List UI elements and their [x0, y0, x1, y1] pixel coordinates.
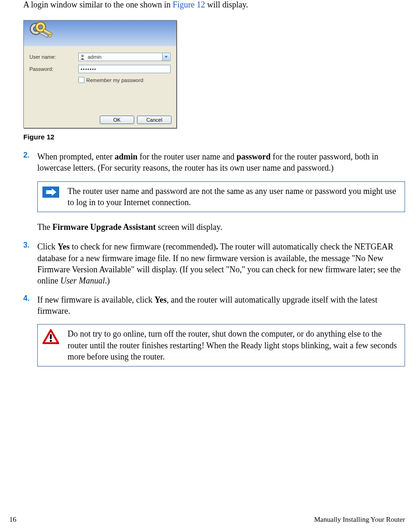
password-row: Password: •••••••: [29, 65, 171, 73]
step-4: 4. If new firmware is available, click Y…: [23, 294, 405, 317]
step-3: 3. Click Yes to check for new firmware (…: [23, 241, 405, 286]
note-text: The router user name and password are no…: [68, 186, 398, 208]
s3-i1: User Manual: [61, 276, 105, 285]
s4-t1: If new firmware is available, click: [37, 295, 154, 304]
s4-b1: Yes: [154, 295, 166, 304]
section-title: Manually Installing Your Router: [314, 516, 405, 524]
username-dropdown-button[interactable]: [162, 53, 170, 61]
remember-row: Remember my password: [78, 77, 171, 83]
username-label: User name:: [29, 54, 78, 60]
keys-icon: [27, 19, 56, 46]
intro-paragraph: A login window similar to the one shown …: [23, 0, 405, 10]
remember-label: Remember my password: [86, 77, 143, 83]
user-head-icon: [79, 54, 86, 60]
remember-checkbox[interactable]: [78, 77, 84, 83]
figure-caption: Figure 12: [23, 133, 405, 141]
login-window: User name: admin Password: •••••••: [23, 20, 177, 128]
figure-12-link[interactable]: Figure 12: [172, 0, 205, 9]
page-number: 16: [9, 516, 16, 524]
s3-t4: .): [105, 276, 110, 285]
username-value: admin: [88, 54, 162, 60]
note-arrow-icon: [42, 187, 59, 200]
step-3-number: 3.: [23, 241, 37, 286]
mid-b: Firmware Upgrade Assistant: [52, 222, 156, 232]
page-footer: 16 Manually Installing Your Router: [0, 516, 419, 524]
password-input[interactable]: •••••••: [78, 65, 171, 73]
svg-marker-8: [165, 56, 168, 58]
step2-t2: for the router user name and: [137, 152, 236, 161]
svg-rect-13: [50, 340, 52, 342]
login-actions: OK Cancel: [100, 116, 172, 124]
cancel-button[interactable]: Cancel: [137, 116, 172, 124]
step2-t1: When prompted, enter: [37, 152, 115, 161]
intro-text-pre: A login window similar to the one shown …: [23, 0, 172, 9]
mid-t2: screen will display.: [156, 222, 222, 232]
svg-point-4: [39, 25, 43, 29]
step-2-body: When prompted, enter admin for the route…: [37, 151, 405, 174]
step2-b2: password: [236, 152, 270, 161]
warning-icon: [42, 329, 59, 346]
s3-b1: Yes: [58, 242, 70, 251]
step-2-number: 2.: [23, 151, 37, 174]
username-row: User name: admin: [29, 53, 171, 61]
password-label: Password:: [29, 66, 78, 72]
step2-b1: admin: [115, 152, 137, 161]
svg-point-7: [82, 55, 84, 57]
step-3-body: Click Yes to check for new firmware (rec…: [37, 241, 405, 286]
mid-t1: The: [37, 222, 52, 232]
step-4-number: 4.: [23, 294, 37, 317]
username-combo[interactable]: admin: [78, 53, 171, 61]
ok-button[interactable]: OK: [100, 116, 134, 124]
warning-callout: Do not try to go online, turn off the ro…: [37, 324, 405, 366]
firmware-assistant-sentence: The Firmware Upgrade Assistant screen wi…: [37, 221, 405, 233]
intro-text-post: will display.: [205, 0, 248, 9]
chevron-down-icon: [165, 56, 168, 58]
svg-rect-12: [50, 334, 52, 339]
step-4-body: If new firmware is available, click Yes,…: [37, 294, 405, 317]
s3-t2: to check for new firmware (recommended): [70, 242, 216, 251]
login-window-header: [24, 21, 176, 46]
note-callout: The router user name and password are no…: [37, 181, 405, 213]
warning-text: Do not try to go online, turn off the ro…: [68, 328, 398, 362]
step-2: 2. When prompted, enter admin for the ro…: [23, 151, 405, 174]
s3-t1: Click: [37, 242, 58, 251]
password-dots: •••••••: [81, 66, 96, 72]
